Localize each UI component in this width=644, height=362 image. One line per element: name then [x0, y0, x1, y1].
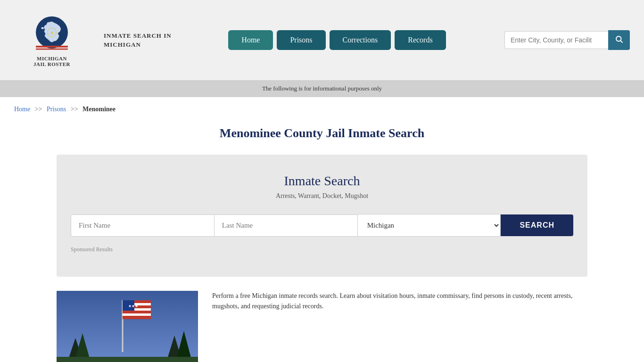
nav-home-button[interactable]: Home	[228, 30, 273, 50]
breadcrumb-prisons-link[interactable]: Prisons	[47, 106, 66, 113]
state-select[interactable]: Michigan Alabama Alaska Arizona Californ…	[358, 214, 501, 237]
inmate-search-container: Inmate Search Arrests, Warrant, Docket, …	[57, 155, 587, 277]
sponsored-results-label: Sponsored Results	[71, 246, 573, 253]
site-header: ★ MICHIGAN JAIL ROSTER INMATE SEARCH IN …	[0, 0, 644, 80]
svg-rect-16	[123, 313, 151, 316]
svg-rect-3	[36, 46, 68, 48]
header-search-button[interactable]	[608, 30, 630, 50]
site-title: INMATE SEARCH IN MICHIGAN	[104, 31, 179, 49]
site-logo: ★	[33, 14, 71, 54]
search-icon	[615, 35, 623, 43]
svg-line-6	[620, 41, 622, 42]
breadcrumb-sep1: >>	[35, 106, 42, 113]
breadcrumb: Home >> Prisons >> Menominee	[0, 97, 644, 122]
nav-prisons-button[interactable]: Prisons	[277, 30, 325, 50]
breadcrumb-sep2: >>	[71, 106, 78, 113]
svg-text:★★★: ★★★	[128, 304, 138, 308]
header-search-input[interactable]	[504, 31, 608, 49]
svg-point-5	[616, 36, 621, 41]
svg-rect-19	[57, 357, 198, 362]
logo-area: ★ MICHIGAN JAIL ROSTER	[14, 14, 90, 67]
image-decoration: ★★★	[57, 291, 198, 362]
header-search-area	[504, 30, 630, 50]
svg-text:★: ★	[50, 31, 54, 35]
info-bar: The following is for informational purpo…	[0, 80, 644, 97]
nav-records-button[interactable]: Records	[395, 30, 446, 50]
bottom-section: ★★★ Perform a free Michigan inmate recor…	[0, 291, 644, 362]
svg-rect-4	[36, 48, 68, 49]
search-submit-button[interactable]: SEARCH	[501, 214, 573, 236]
breadcrumb-home-link[interactable]: Home	[14, 106, 30, 113]
first-name-input[interactable]	[71, 214, 215, 237]
logo-text: MICHIGAN JAIL ROSTER	[33, 56, 70, 67]
search-subtitle: Arrests, Warrant, Docket, Mugshot	[71, 192, 573, 200]
main-nav: Home Prisons Corrections Records	[189, 30, 486, 50]
info-bar-text: The following is for informational purpo…	[262, 85, 382, 92]
search-heading: Inmate Search	[71, 173, 573, 189]
search-form: Michigan Alabama Alaska Arizona Californ…	[71, 214, 573, 237]
page-title: Menominee County Jail Inmate Search	[14, 126, 630, 140]
facility-image: ★★★	[57, 291, 198, 362]
nav-corrections-button[interactable]: Corrections	[330, 30, 391, 50]
bottom-description: Perform a free Michigan inmate records s…	[212, 291, 587, 312]
breadcrumb-current: Menominee	[83, 106, 116, 113]
bottom-image-svg: ★★★	[57, 291, 198, 362]
last-name-input[interactable]	[215, 214, 358, 237]
